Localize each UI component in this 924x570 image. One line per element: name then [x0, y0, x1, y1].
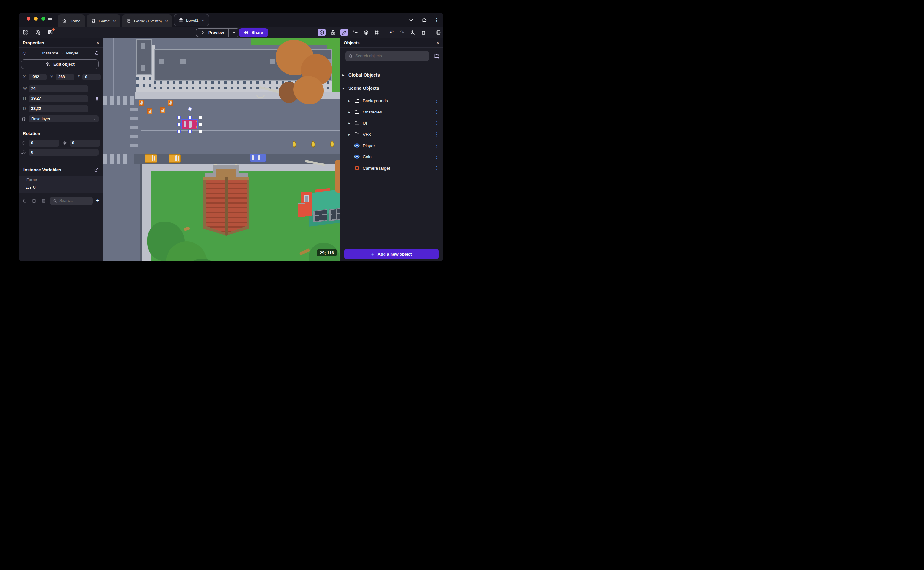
row-menu-icon[interactable]: ⋮ — [434, 109, 439, 115]
extensions-puzzle-icon[interactable] — [421, 17, 427, 23]
tab-game-events[interactable]: Game (Events) × — [122, 14, 172, 27]
height-input[interactable] — [29, 95, 89, 102]
taxi-instance[interactable] — [168, 154, 181, 162]
close-tab-icon[interactable]: × — [202, 18, 205, 23]
building-facade[interactable] — [136, 74, 152, 92]
tab-level1[interactable]: Level1 × — [174, 14, 209, 26]
grid-button[interactable] — [373, 29, 380, 35]
trash-icon[interactable] — [41, 198, 46, 203]
objects-tool-button[interactable] — [330, 29, 336, 35]
variables-search[interactable] — [50, 196, 93, 205]
resize-handle[interactable] — [199, 130, 202, 133]
object-row-cameratarget[interactable]: CameraTarget ⋮ — [340, 162, 443, 173]
coin-instance[interactable] — [330, 141, 334, 147]
depth-input[interactable] — [29, 106, 89, 112]
close-tab-icon[interactable]: × — [113, 18, 116, 24]
variable-value[interactable]: 0 — [33, 185, 35, 190]
row-menu-icon[interactable]: ⋮ — [434, 154, 439, 159]
external-link-icon[interactable] — [93, 167, 99, 172]
close-panel-icon[interactable]: × — [436, 40, 439, 46]
coin-instance[interactable] — [312, 141, 315, 148]
crate-instance[interactable] — [160, 107, 165, 113]
autumn-tree-instance[interactable] — [293, 76, 324, 104]
z-input[interactable] — [82, 74, 101, 80]
zoom-button[interactable] — [409, 29, 416, 35]
variables-search-input[interactable] — [59, 198, 90, 203]
close-panel-icon[interactable]: × — [96, 40, 99, 46]
edit-mode-button[interactable] — [340, 29, 348, 36]
object-row-coin[interactable]: Coin ⋮ — [340, 151, 443, 162]
resize-handle[interactable] — [177, 130, 181, 133]
coin-instance[interactable] — [293, 141, 296, 148]
row-menu-icon[interactable]: ⋮ — [434, 98, 439, 104]
lock-ratio-control[interactable] — [95, 86, 99, 112]
resize-handle[interactable] — [177, 123, 181, 126]
delete-button[interactable] — [420, 29, 426, 35]
tab-game[interactable]: Game × — [87, 14, 120, 27]
row-menu-icon[interactable]: ⋮ — [434, 142, 439, 149]
history-icon[interactable] — [35, 29, 41, 35]
taxi-instance[interactable] — [145, 154, 157, 162]
project-manager-icon[interactable] — [23, 29, 28, 35]
width-input[interactable] — [29, 85, 89, 92]
object-row-obstacles[interactable]: ▸ Obstacles ⋮ — [340, 106, 443, 117]
close-tab-icon[interactable]: × — [165, 18, 168, 24]
y-input[interactable] — [56, 74, 74, 80]
building-roof[interactable] — [136, 39, 152, 75]
crate-instance[interactable] — [147, 108, 152, 115]
variable-name[interactable]: Force — [26, 177, 37, 182]
object-row-player[interactable]: Player ⋮ — [340, 140, 443, 151]
copy-icon[interactable] — [22, 198, 27, 203]
object-row-ui[interactable]: ▸ UI ⋮ — [340, 118, 443, 129]
row-menu-icon[interactable]: ⋮ — [434, 132, 439, 137]
unlock-icon[interactable] — [94, 51, 99, 55]
add-folder-icon[interactable] — [434, 53, 440, 59]
object-row-backgrounds[interactable]: ▸ Backgrounds ⋮ — [340, 95, 443, 106]
layer-dropdown[interactable]: Base layer — [29, 115, 99, 123]
paste-icon[interactable] — [31, 198, 37, 203]
preview-options-button[interactable] — [229, 29, 239, 37]
rotation-z-input[interactable] — [29, 149, 99, 156]
toggle-3d-view-button[interactable] — [318, 29, 325, 36]
layers-button[interactable] — [363, 29, 369, 35]
rotation-x-input[interactable] — [29, 140, 59, 147]
undo-button[interactable]: ↶ — [388, 29, 395, 35]
resize-handle[interactable] — [188, 130, 192, 133]
resize-handle[interactable] — [177, 116, 181, 119]
edit-scene-properties-button[interactable] — [435, 29, 441, 35]
car-instance[interactable] — [250, 153, 266, 162]
resize-handle[interactable] — [199, 123, 202, 126]
house-instance[interactable] — [301, 190, 340, 226]
chevron-down-icon[interactable] — [408, 17, 414, 23]
resize-handle[interactable] — [199, 116, 202, 119]
edit-object-button[interactable]: Edit object — [21, 59, 99, 69]
add-variable-button[interactable]: + — [96, 198, 100, 204]
player-car-instance[interactable] — [181, 119, 198, 129]
autumn-tree-instance[interactable] — [335, 160, 340, 193]
redo-button[interactable]: ↷ — [399, 29, 405, 35]
objects-search[interactable] — [345, 51, 429, 61]
preview-button[interactable]: Preview — [196, 29, 228, 37]
maximize-window-button[interactable] — [41, 17, 45, 20]
menu-icon[interactable]: ≡ — [48, 15, 52, 24]
minimize-window-button[interactable] — [34, 17, 38, 20]
scene-objects-group[interactable]: ▾ Scene Objects — [340, 83, 443, 93]
instance-origin-marker[interactable] — [188, 107, 192, 111]
resize-handle[interactable] — [188, 116, 192, 119]
row-menu-icon[interactable]: ⋮ — [434, 120, 439, 126]
share-button[interactable]: Share — [239, 28, 268, 37]
close-window-button[interactable] — [27, 17, 31, 20]
save-icon[interactable] — [47, 29, 53, 35]
x-input[interactable] — [29, 74, 47, 80]
object-row-vfx[interactable]: ▸ VFX ⋮ — [340, 129, 443, 140]
add-new-object-button[interactable]: + Add a new object — [344, 249, 439, 259]
browser-menu-icon[interactable]: ⋮ — [434, 17, 439, 23]
rotation-y-input[interactable] — [70, 140, 100, 147]
scene-canvas[interactable]: 29;-116 — [103, 38, 340, 261]
row-menu-icon[interactable]: ⋮ — [434, 165, 439, 171]
brick-tower-instance[interactable] — [203, 164, 249, 237]
objects-search-input[interactable] — [355, 54, 426, 58]
crate-instance[interactable] — [139, 100, 144, 106]
instances-list-button[interactable] — [352, 29, 359, 35]
global-objects-group[interactable]: ▸ Global Objects — [340, 70, 443, 80]
